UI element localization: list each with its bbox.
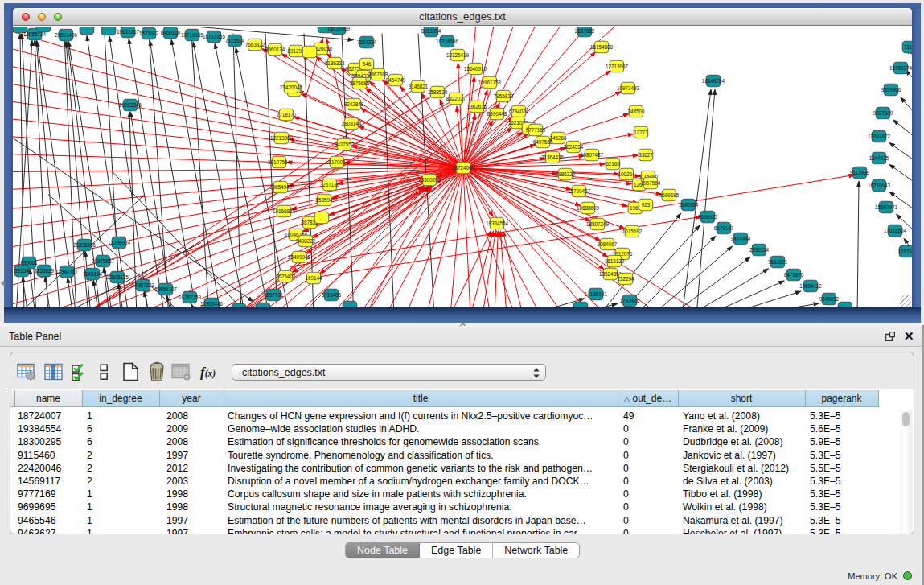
svg-text:1588520: 1588520 bbox=[428, 89, 448, 95]
svg-text:7663822: 7663822 bbox=[245, 42, 265, 47]
svg-text:8427552: 8427552 bbox=[335, 142, 355, 147]
svg-text:252294: 252294 bbox=[617, 276, 634, 282]
svg-text:1112: 1112 bbox=[904, 44, 912, 50]
svg-text:39154: 39154 bbox=[14, 268, 29, 274]
svg-text:417006: 417006 bbox=[328, 159, 346, 165]
svg-text:546: 546 bbox=[363, 61, 372, 67]
svg-text:9699695: 9699695 bbox=[659, 192, 680, 198]
svg-text:9113939: 9113939 bbox=[850, 170, 870, 175]
svg-text:7632621: 7632621 bbox=[768, 259, 788, 265]
svg-text:100254: 100254 bbox=[618, 171, 635, 177]
svg-text:1957564: 1957564 bbox=[641, 180, 661, 186]
svg-text:10719155: 10719155 bbox=[181, 32, 204, 38]
svg-text:12771: 12771 bbox=[634, 130, 648, 135]
svg-text:18807249: 18807249 bbox=[586, 221, 610, 227]
svg-text:10654112: 10654112 bbox=[799, 283, 822, 289]
svg-text:19958107: 19958107 bbox=[154, 286, 178, 292]
svg-text:923: 923 bbox=[642, 202, 651, 208]
svg-text:1156829: 1156829 bbox=[35, 268, 55, 274]
svg-text:15720407: 15720407 bbox=[568, 188, 591, 194]
svg-text:8990448: 8990448 bbox=[487, 111, 507, 117]
svg-text:9242848: 9242848 bbox=[344, 101, 364, 107]
svg-text:2967608: 2967608 bbox=[368, 72, 388, 77]
svg-text:1244415: 1244415 bbox=[869, 155, 889, 161]
svg-text:8454749: 8454749 bbox=[386, 77, 406, 83]
svg-text:19384554: 19384554 bbox=[486, 220, 509, 226]
svg-text:9227349: 9227349 bbox=[873, 110, 893, 116]
svg-text:12942757: 12942757 bbox=[55, 269, 79, 274]
svg-text:16210643: 16210643 bbox=[868, 183, 891, 188]
svg-text:1733426: 1733426 bbox=[620, 298, 640, 303]
svg-text:21364436: 21364436 bbox=[541, 154, 565, 160]
svg-text:1527602: 1527602 bbox=[139, 31, 159, 36]
svg-text:10107554: 10107554 bbox=[268, 159, 291, 165]
svg-text:7955812: 7955812 bbox=[494, 93, 514, 99]
svg-text:15692971: 15692971 bbox=[875, 204, 898, 210]
svg-text:18724007: 18724007 bbox=[452, 165, 475, 171]
svg-text:9146821: 9146821 bbox=[409, 84, 429, 89]
svg-text:20975867: 20975867 bbox=[92, 258, 115, 264]
svg-text:3875685: 3875685 bbox=[350, 80, 370, 86]
svg-text:10807487: 10807487 bbox=[581, 152, 604, 158]
svg-text:17359924: 17359924 bbox=[108, 240, 131, 245]
svg-text:7357224: 7357224 bbox=[357, 39, 377, 45]
svg-text:33627: 33627 bbox=[639, 152, 653, 158]
svg-text:2718170: 2718170 bbox=[277, 112, 297, 117]
svg-text:8186323: 8186323 bbox=[325, 60, 345, 66]
svg-text:16154808: 16154808 bbox=[590, 44, 614, 50]
svg-text:9777169: 9777169 bbox=[526, 127, 546, 133]
svg-text:20206556: 20206556 bbox=[73, 242, 97, 248]
svg-text:12325419: 12325419 bbox=[446, 52, 470, 58]
svg-text:10961758: 10961758 bbox=[478, 80, 502, 85]
svg-text:9857791: 9857791 bbox=[264, 292, 284, 298]
svg-text:1615132: 1615132 bbox=[605, 258, 625, 264]
svg-text:12093872: 12093872 bbox=[868, 134, 891, 139]
svg-text:9474444: 9474444 bbox=[731, 236, 751, 241]
svg-text:20053346: 20053346 bbox=[119, 102, 142, 108]
svg-text:748500: 748500 bbox=[627, 109, 645, 114]
svg-text:8938923: 8938923 bbox=[698, 214, 718, 220]
svg-text:23300203: 23300203 bbox=[418, 177, 441, 183]
svg-text:62160: 62160 bbox=[606, 161, 620, 167]
svg-text:17016504: 17016504 bbox=[884, 228, 907, 233]
svg-text:3624554: 3624554 bbox=[564, 144, 584, 150]
svg-text:1362615: 1362615 bbox=[467, 104, 487, 109]
svg-text:3267130: 3267130 bbox=[320, 182, 340, 187]
svg-text:6497568: 6497568 bbox=[533, 139, 553, 145]
svg-text:16713355: 16713355 bbox=[203, 34, 226, 39]
svg-text:12213369: 12213369 bbox=[270, 135, 294, 141]
svg-text:19166825: 19166825 bbox=[273, 208, 296, 214]
svg-text:16648784: 16648784 bbox=[702, 78, 725, 84]
svg-text:17957223: 17957223 bbox=[132, 282, 155, 288]
svg-text:8813054: 8813054 bbox=[421, 28, 441, 34]
svg-text:1640954: 1640954 bbox=[679, 202, 699, 208]
svg-text:19218506: 19218506 bbox=[436, 39, 459, 44]
svg-text:935061: 935061 bbox=[20, 260, 38, 266]
svg-text:1145194: 1145194 bbox=[83, 271, 103, 277]
svg-text:15640910: 15640910 bbox=[464, 66, 487, 72]
svg-text:16782759: 16782759 bbox=[179, 295, 202, 300]
svg-text:6794024: 6794024 bbox=[509, 109, 529, 114]
svg-text:6679197: 6679197 bbox=[714, 225, 734, 231]
svg-text:10688609: 10688609 bbox=[577, 205, 600, 211]
svg-text:12505135: 12505135 bbox=[106, 274, 129, 280]
svg-text:10973493: 10973493 bbox=[617, 85, 640, 91]
svg-text:14136141: 14136141 bbox=[585, 291, 608, 297]
svg-text:116753: 116753 bbox=[898, 249, 912, 254]
svg-text:9084067: 9084067 bbox=[598, 241, 618, 247]
svg-text:20691406: 20691406 bbox=[55, 32, 78, 38]
svg-text:2935114: 2935114 bbox=[749, 247, 770, 253]
svg-text:5716465: 5716465 bbox=[322, 292, 342, 298]
svg-text:2803144: 2803144 bbox=[342, 121, 362, 126]
svg-text:2687682: 2687682 bbox=[575, 28, 595, 34]
svg-text:1075692: 1075692 bbox=[622, 229, 643, 234]
svg-text:15409948: 15409948 bbox=[288, 254, 311, 260]
svg-text:7986322: 7986322 bbox=[556, 171, 576, 177]
svg-text:6466160: 6466160 bbox=[161, 30, 181, 35]
svg-text:10653267: 10653267 bbox=[117, 29, 140, 35]
svg-text:8322037: 8322037 bbox=[446, 96, 466, 101]
svg-text:7515524: 7515524 bbox=[225, 38, 245, 43]
svg-text:169144: 169144 bbox=[305, 275, 322, 281]
svg-text:8960124: 8960124 bbox=[265, 47, 285, 52]
svg-text:16033809: 16033809 bbox=[327, 27, 351, 31]
